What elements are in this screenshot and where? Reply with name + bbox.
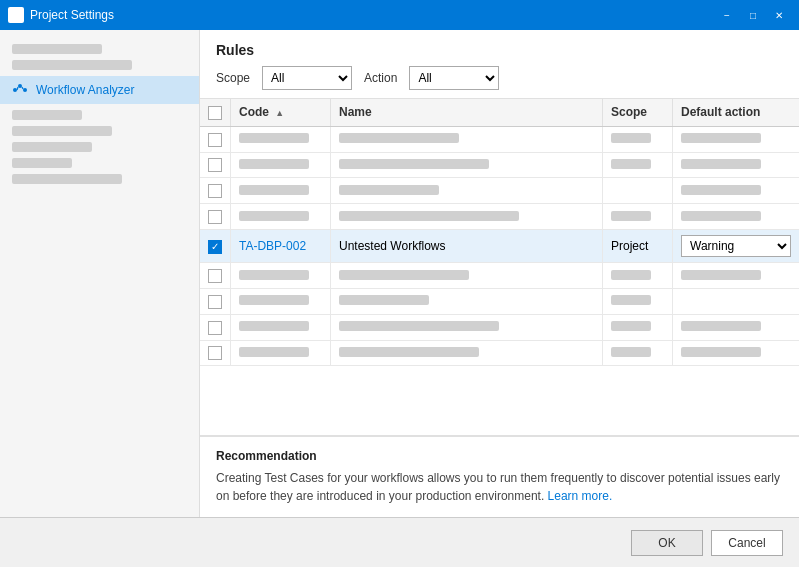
table-row-ta-dbp-002[interactable]: TA-DBP-002 Untested Workflows Project Wa…: [200, 230, 799, 263]
row-checkbox[interactable]: [208, 158, 222, 172]
svg-point-6: [23, 88, 27, 92]
name-placeholder: [339, 270, 469, 280]
code-placeholder: [239, 347, 309, 357]
rules-table-container: Code ▲ Name Scope Default action: [200, 99, 799, 436]
name-placeholder: [339, 321, 499, 331]
minimize-button[interactable]: −: [715, 4, 739, 26]
table-header-row: Code ▲ Name Scope Default action: [200, 99, 799, 126]
table-row: [200, 263, 799, 289]
cancel-button[interactable]: Cancel: [711, 530, 783, 556]
header-code: Code ▲: [231, 99, 331, 126]
ok-button[interactable]: OK: [631, 530, 703, 556]
rule-code-link[interactable]: TA-DBP-002: [239, 239, 306, 253]
action-placeholder: [681, 347, 761, 357]
name-placeholder: [339, 159, 489, 169]
sidebar-placeholder: [12, 126, 112, 136]
bottom-bar: OK Cancel: [0, 517, 799, 567]
learn-more-link[interactable]: Learn more.: [548, 489, 613, 503]
action-placeholder: [681, 133, 761, 143]
rules-title: Rules: [216, 42, 783, 58]
sidebar-item-workflow-analyzer[interactable]: Workflow Analyzer: [0, 76, 199, 104]
scope-placeholder: [611, 270, 651, 280]
scope-label: Scope: [216, 71, 250, 85]
row-checkbox[interactable]: [208, 210, 222, 224]
row-checkbox[interactable]: [208, 133, 222, 147]
window-title: Project Settings: [30, 8, 709, 22]
code-placeholder: [239, 270, 309, 280]
code-placeholder: [239, 321, 309, 331]
code-placeholder: [239, 185, 309, 195]
name-placeholder: [339, 211, 519, 221]
titlebar: Project Settings − □ ✕: [0, 0, 799, 30]
table-row: [200, 314, 799, 340]
sidebar-placeholder: [12, 44, 102, 54]
table-row: [200, 340, 799, 366]
svg-rect-1: [17, 9, 22, 14]
code-placeholder: [239, 159, 309, 169]
content-area: Rules Scope All Activity Project Workflo…: [200, 30, 799, 517]
rule-name: Untested Workflows: [331, 230, 603, 263]
svg-point-5: [18, 84, 22, 88]
action-placeholder: [681, 321, 761, 331]
row-checkbox[interactable]: [208, 321, 222, 335]
name-placeholder: [339, 185, 439, 195]
action-placeholder: [681, 211, 761, 221]
table-row: [200, 288, 799, 314]
row-checkbox[interactable]: [208, 184, 222, 198]
action-label: Action: [364, 71, 397, 85]
name-placeholder: [339, 347, 479, 357]
table-row: [200, 152, 799, 178]
row-checkbox-checked[interactable]: [208, 240, 222, 254]
header-checkbox: [200, 99, 231, 126]
action-placeholder: [681, 159, 761, 169]
svg-rect-2: [10, 16, 15, 21]
rules-table: Code ▲ Name Scope Default action: [200, 99, 799, 366]
recommendation-title: Recommendation: [216, 449, 783, 463]
header-name: Name: [331, 99, 603, 126]
close-button[interactable]: ✕: [767, 4, 791, 26]
scope-select[interactable]: All Activity Project Workflow: [262, 66, 352, 90]
svg-line-7: [17, 87, 18, 90]
code-placeholder: [239, 211, 309, 221]
svg-point-4: [13, 88, 17, 92]
scope-placeholder: [611, 159, 651, 169]
row-checkbox[interactable]: [208, 269, 222, 283]
row-checkbox[interactable]: [208, 346, 222, 360]
sidebar-item-label: Workflow Analyzer: [36, 83, 134, 97]
code-placeholder: [239, 133, 309, 143]
header-default-action: Default action: [673, 99, 800, 126]
row-checkbox[interactable]: [208, 295, 222, 309]
rules-header: Rules Scope All Activity Project Workflo…: [200, 30, 799, 99]
scope-placeholder: [611, 211, 651, 221]
table-row: [200, 126, 799, 152]
select-all-checkbox[interactable]: [208, 106, 222, 120]
maximize-button[interactable]: □: [741, 4, 765, 26]
sort-arrow-icon: ▲: [275, 108, 284, 118]
action-placeholder: [681, 185, 761, 195]
filter-row: Scope All Activity Project Workflow Acti…: [216, 66, 783, 90]
action-select[interactable]: All Error Warning Info: [409, 66, 499, 90]
app-icon: [8, 7, 24, 23]
name-placeholder: [339, 133, 459, 143]
sidebar-placeholder: [12, 60, 132, 70]
sidebar: Workflow Analyzer: [0, 30, 200, 517]
svg-rect-0: [10, 9, 15, 14]
sidebar-placeholder: [12, 142, 92, 152]
recommendation-text: Creating Test Cases for your workflows a…: [216, 469, 783, 505]
table-row: [200, 204, 799, 230]
warning-action-select[interactable]: Warning Error Info None: [681, 235, 791, 257]
scope-placeholder: [611, 295, 651, 305]
scope-placeholder: [611, 321, 651, 331]
rec-text-after: in your production environment.: [376, 489, 544, 503]
recommendation-section: Recommendation Creating Test Cases for y…: [200, 436, 799, 517]
name-placeholder: [339, 295, 429, 305]
svg-rect-3: [17, 16, 22, 21]
rec-introduced-word: introduced: [317, 489, 373, 503]
main-layout: Workflow Analyzer Rules Scope All Activi…: [0, 30, 799, 517]
workflow-analyzer-icon: [12, 82, 28, 98]
table-row: [200, 178, 799, 204]
svg-line-8: [22, 87, 23, 89]
scope-placeholder: [611, 347, 651, 357]
scope-placeholder: [611, 133, 651, 143]
window-controls: − □ ✕: [715, 4, 791, 26]
